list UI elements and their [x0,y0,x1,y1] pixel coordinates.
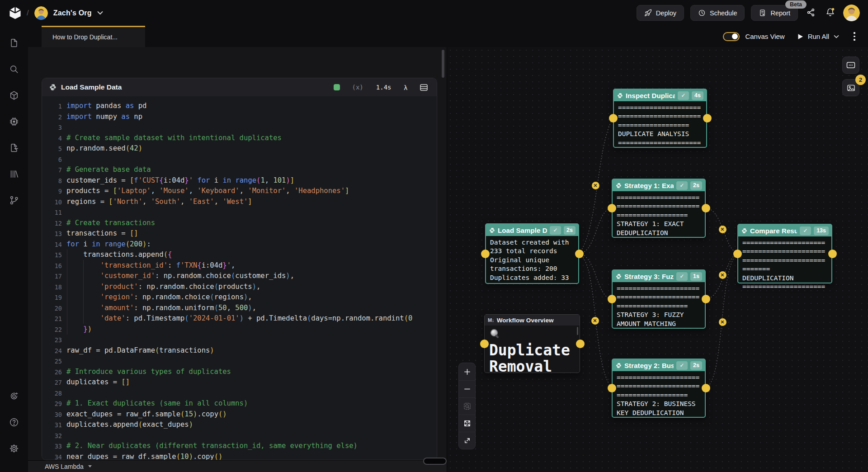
edge-delete-icon[interactable]: ✕ [591,317,599,325]
notifications-bell-icon[interactable] [824,5,837,20]
code-line[interactable]: 15 transactions.append({ [42,250,437,260]
output-port-strategy-2[interactable] [702,384,710,392]
zoom-in-button[interactable] [459,363,475,380]
node-header[interactable]: Strategy 1: Exact ...✓2s [613,179,705,191]
code-line[interactable]: 4# Create sample dataset with intentiona… [42,133,437,144]
code-line[interactable]: 30exact_dupes = raw_df.sample(15).copy() [42,409,437,420]
code-line[interactable]: 17 'customer_id': np.random.choice(custo… [42,271,437,282]
code-line[interactable]: 25 [42,356,437,367]
code-line[interactable]: 7# Generate base data [42,165,437,175]
code-line[interactable]: 5np.random.seed(42) [42,143,437,154]
horizontal-scrollbar-pill[interactable] [423,458,447,465]
code-line[interactable]: 2import numpy as np [42,112,437,123]
code-line[interactable]: 16 'transaction_id': f'TXN{i:04d}', [42,260,437,271]
run-all-button[interactable]: Run All [797,33,840,40]
code-line[interactable]: 20 'amount': np.random.uniform(50, 500), [42,303,437,314]
output-port-load-sample-data[interactable] [575,250,584,258]
code-cell-header[interactable]: Load Sample Data (x) 1.4s λ [42,78,437,96]
code-line[interactable]: 3 [42,122,437,133]
canvas-node-compare-results[interactable]: Compare Results...✓13s==================… [737,224,832,283]
input-port-load-sample-data[interactable] [481,250,490,258]
cube-icon[interactable] [5,86,23,104]
code-line[interactable]: 13transactions = [] [42,228,437,239]
output-port-inspect-duplicates[interactable] [703,114,712,123]
chip-icon[interactable] [5,113,23,131]
output-port-workflow-overview[interactable] [576,340,585,348]
zoom-to-selection-button[interactable] [459,397,475,415]
canvas-node-strategy-1[interactable]: Strategy 1: Exact ...✓2s================… [612,179,706,238]
code-line[interactable]: 22 }) [42,324,437,335]
code-line[interactable]: 29# 1. Exact duplicates (same in all col… [42,398,437,409]
canvas-node-workflow-overview[interactable]: M↓Workflow OverviewDuplicate Removal [484,314,580,373]
code-line[interactable]: 14for i in range(200): [42,239,437,250]
input-port-strategy-3[interactable] [608,295,616,303]
file-import-icon[interactable] [5,139,23,157]
edge-delete-icon[interactable]: ✕ [719,226,726,233]
search-icon[interactable] [5,60,23,78]
code-line[interactable]: 28 [42,388,437,399]
output-port-strategy-1[interactable] [702,204,710,212]
code-line[interactable]: 8customer_ids = [f'CUST{i:04d}' for i in… [42,175,437,186]
code-line[interactable]: 24raw_df = pd.DataFrame(transactions) [42,345,437,356]
code-line[interactable]: 1import pandas as pd [42,101,437,112]
more-options-kebab-icon[interactable] [851,30,858,42]
user-avatar[interactable] [843,5,860,21]
zoom-out-button[interactable] [459,380,475,397]
code-line[interactable]: 19 'region': np.random.choice(regions), [42,292,437,303]
code-line[interactable]: 34near_dupes = raw_df.sample(10).copy() [42,452,437,461]
report-button[interactable]: Report Beta [751,5,798,21]
code-line[interactable]: 21 'date': pd.Timestamp('2024-01-01') + … [42,313,437,324]
canvas-node-strategy-2[interactable]: Strategy 2: Busine...✓2s================… [612,359,706,418]
table-view-icon[interactable] [420,84,428,91]
input-port-strategy-1[interactable] [608,204,616,212]
canvas-node-load-sample-data[interactable]: Load Sample Data✓2sDataset created with … [485,223,579,284]
library-icon[interactable] [5,165,23,183]
edge-delete-icon[interactable]: ✕ [719,271,726,279]
input-port-inspect-duplicates[interactable] [609,114,618,123]
node-header[interactable]: Strategy 2: Busine...✓2s [613,359,705,371]
node-header[interactable]: M↓Workflow Overview [485,315,580,326]
lambda-symbol[interactable]: λ [404,84,408,91]
compute-selector[interactable]: AWS Lambda [45,463,84,470]
panel-scrollbar-thumb[interactable] [442,50,444,78]
code-line[interactable]: 12# Create transactions [42,218,437,229]
org-name[interactable]: Zach's Org [53,9,92,17]
node-header[interactable]: Load Sample Data✓2s [486,224,578,236]
code-line[interactable]: 33# 2. Near duplicates (different transa… [42,441,437,452]
node-header[interactable]: Compare Results...✓13s [738,225,831,236]
code-line[interactable]: 27duplicates = [] [42,377,437,388]
share-icon[interactable] [804,6,817,20]
run-options-chevron-icon[interactable] [834,35,839,38]
code-line[interactable]: 32 [42,430,437,441]
ai-icon[interactable] [5,387,23,405]
app-logo-icon[interactable] [9,6,21,19]
fit-view-button[interactable] [459,415,475,432]
canvas-view-toggle[interactable] [723,32,740,41]
code-line[interactable]: 9products = ['Laptop', 'Mouse', 'Keyboar… [42,186,437,197]
code-editor[interactable]: 1import pandas as pd2import numpy as np3… [42,96,437,460]
code-line[interactable]: 10regions = ['North', 'South', 'East', '… [42,197,437,208]
code-line[interactable]: 18 'product': np.random.choice(products)… [42,282,437,293]
code-line[interactable]: 31duplicates.append(exact_dupes) [42,420,437,430]
input-port-compare-results[interactable] [733,250,742,258]
resize-frame-button[interactable] [459,432,475,449]
input-port-workflow-overview[interactable] [480,340,489,348]
canvas-node-inspect-duplicates[interactable]: Inspect Duplicates✓4s===================… [613,89,707,148]
code-line[interactable]: 11 [42,207,437,218]
org-avatar[interactable] [34,6,48,20]
output-port-compare-results[interactable] [828,250,837,258]
canvas-node-strategy-3[interactable]: Strategy 3: Fuzzy ...✓1s================… [612,269,706,329]
output-port-strategy-3[interactable] [702,295,710,303]
deploy-button[interactable]: Deploy [637,5,684,21]
code-line[interactable]: 26# Introduce various types of duplicate… [42,367,437,378]
edge-delete-icon[interactable]: ✕ [592,182,599,189]
workflow-canvas[interactable]: Inspect Duplicates✓4s===================… [447,47,868,472]
node-header[interactable]: Strategy 3: Fuzzy ...✓1s [613,270,705,282]
compute-caret-icon[interactable] [88,465,92,467]
code-line[interactable]: 6 [42,154,437,165]
settings-icon[interactable] [5,439,23,458]
org-chevron-down-icon[interactable] [97,11,103,15]
node-header[interactable]: Inspect Duplicates✓4s [614,90,706,101]
console-panel-button[interactable] [842,57,859,74]
edge-delete-icon[interactable]: ✕ [719,318,726,326]
